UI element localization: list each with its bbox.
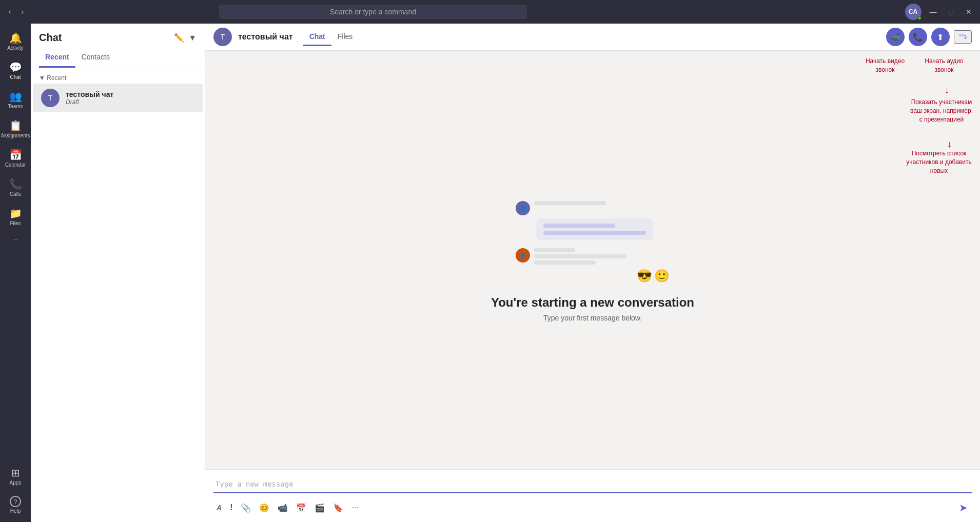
share-screen-button[interactable]: ⬆ bbox=[931, 28, 950, 46]
title-bar: ‹ › CA — □ ✕ bbox=[0, 0, 980, 24]
emoji-row: 😎 🙂 bbox=[516, 269, 670, 283]
sidebar-item-calls[interactable]: 📞 Calls bbox=[2, 174, 29, 201]
more-toolbar-button[interactable]: ··· bbox=[348, 501, 361, 514]
close-button[interactable]: ✕ bbox=[962, 6, 976, 18]
help-icon: ? bbox=[10, 496, 21, 507]
important-button[interactable]: ! bbox=[227, 501, 236, 514]
sidebar-item-files[interactable]: 📁 Files bbox=[2, 203, 29, 230]
filter-button[interactable]: ▼ bbox=[188, 33, 197, 43]
conversation-illustration: 👤 👤 bbox=[516, 198, 670, 283]
sidebar-label-activity: Activity bbox=[7, 45, 24, 51]
send-button[interactable]: ➤ bbox=[955, 499, 972, 516]
meet-button[interactable]: 📹 bbox=[275, 501, 291, 515]
sidebar-item-calendar[interactable]: 📅 Calendar bbox=[2, 145, 29, 172]
sidebar-item-chat[interactable]: 💬 Chat bbox=[2, 57, 29, 84]
compose-button[interactable]: ✏️ bbox=[174, 33, 184, 43]
chat-header-name: тестовый чат bbox=[238, 32, 293, 42]
teams-icon: 👥 bbox=[9, 90, 22, 103]
msg-lines-2 bbox=[534, 248, 626, 265]
maximize-button[interactable]: □ bbox=[945, 6, 957, 18]
calls-icon: 📞 bbox=[9, 178, 22, 190]
emoji-icon: 😊 bbox=[259, 504, 269, 512]
attach-icon: 📎 bbox=[241, 504, 251, 512]
main-chat: Т тестовый чат Chat Files 📹 📞 ⬆ °°з bbox=[205, 24, 980, 522]
chat-header-avatar: Т bbox=[213, 28, 232, 46]
msg-line bbox=[543, 231, 646, 235]
sidebar-label-teams: Teams bbox=[8, 104, 23, 109]
chat-list-item[interactable]: Т тестовый чат Draft bbox=[33, 84, 203, 112]
audio-call-button[interactable]: 📞 bbox=[909, 28, 927, 46]
search-input[interactable] bbox=[219, 5, 527, 19]
format-icon: A bbox=[217, 504, 222, 512]
audio-call-icon: 📞 bbox=[913, 32, 923, 42]
title-bar-right: CA — □ ✕ bbox=[905, 4, 976, 20]
format-button[interactable]: A bbox=[213, 501, 225, 514]
reply-content bbox=[536, 218, 653, 240]
msg-row-1: 👤 bbox=[516, 201, 670, 215]
schedule-icon: 📅 bbox=[296, 504, 306, 512]
chat-input-area: A ! 📎 😊 📹 📅 🎬 bbox=[205, 469, 980, 522]
mini-avatar-1: 👤 bbox=[516, 201, 530, 215]
emoji-smile: 🙂 bbox=[654, 269, 670, 283]
chat-item-info: тестовый чат Draft bbox=[66, 90, 194, 106]
assignments-icon: 📋 bbox=[9, 119, 22, 132]
meet-icon: 📹 bbox=[278, 504, 288, 512]
chat-body: 👤 👤 bbox=[205, 51, 980, 469]
nav-buttons: ‹ › bbox=[4, 5, 28, 18]
more-label: ··· bbox=[13, 236, 17, 242]
msg-row-2: 👤 bbox=[516, 248, 670, 265]
schedule-button[interactable]: 📅 bbox=[293, 501, 309, 515]
conversation-title: You're starting a new conversation bbox=[491, 295, 694, 310]
video-call-button[interactable]: 📹 bbox=[886, 28, 905, 46]
chat-item-draft: Draft bbox=[66, 98, 194, 106]
msg-line bbox=[534, 201, 606, 205]
sidebar-label-help: Help bbox=[10, 508, 21, 514]
message-toolbar: A ! 📎 😊 📹 📅 🎬 bbox=[213, 495, 972, 516]
chat-tab-files[interactable]: Files bbox=[331, 28, 359, 46]
video-call-icon: 📹 bbox=[890, 32, 900, 42]
chat-tab-chat[interactable]: Chat bbox=[303, 28, 331, 46]
chat-list: Т тестовый чат Draft bbox=[31, 84, 205, 522]
tab-recent[interactable]: Recent bbox=[39, 48, 75, 68]
panel-header: Chat ✏️ ▼ bbox=[31, 24, 205, 44]
bookmark-button[interactable]: 🔖 bbox=[330, 501, 346, 515]
message-input[interactable] bbox=[213, 476, 972, 493]
sidebar-nav: 🔔 Activity 💬 Chat 👥 Teams 📋 Assignments … bbox=[0, 24, 31, 522]
sidebar-label-chat: Chat bbox=[10, 74, 21, 80]
msg-lines-1 bbox=[534, 201, 606, 205]
sidebar-label-apps: Apps bbox=[10, 480, 22, 486]
sidebar-label-calendar: Calendar bbox=[5, 162, 26, 168]
chat-header: Т тестовый чат Chat Files 📹 📞 ⬆ °°з bbox=[205, 24, 980, 51]
sidebar-item-activity[interactable]: 🔔 Activity bbox=[2, 28, 29, 55]
sidebar-item-teams[interactable]: 👥 Teams bbox=[2, 86, 29, 113]
sidebar-label-assignments: Assignments bbox=[1, 133, 30, 138]
msg-line bbox=[534, 254, 626, 258]
sidebar-item-assignments[interactable]: 📋 Assignments bbox=[2, 115, 29, 143]
attach-button[interactable]: 📎 bbox=[238, 501, 254, 515]
sidebar-item-apps[interactable]: ⊞ Apps bbox=[2, 463, 29, 490]
forward-button[interactable]: › bbox=[17, 5, 28, 18]
panel-title: Chat bbox=[39, 32, 62, 44]
emoji-button[interactable]: 😊 bbox=[256, 501, 272, 515]
important-icon: ! bbox=[230, 503, 232, 512]
calendar-icon: 📅 bbox=[9, 149, 22, 161]
files-icon: 📁 bbox=[9, 207, 22, 219]
chat-panel: Chat ✏️ ▼ Recent Contacts ▼ Recent Т тес… bbox=[31, 24, 205, 522]
video-clip-button[interactable]: 🎬 bbox=[311, 501, 328, 515]
sidebar-item-more[interactable]: ··· bbox=[2, 232, 29, 246]
video-clip-icon: 🎬 bbox=[315, 504, 325, 512]
bookmark-icon: 🔖 bbox=[333, 504, 343, 512]
minimize-button[interactable]: — bbox=[926, 6, 941, 18]
app-body: 🔔 Activity 💬 Chat 👥 Teams 📋 Assignments … bbox=[0, 24, 980, 522]
participants-button[interactable]: °°з bbox=[954, 30, 972, 44]
chat-icon: 💬 bbox=[9, 61, 22, 73]
msg-line bbox=[534, 248, 575, 252]
sidebar-item-help[interactable]: ? Help bbox=[2, 492, 29, 518]
send-icon: ➤ bbox=[959, 502, 968, 513]
apps-icon: ⊞ bbox=[11, 467, 20, 479]
tab-contacts[interactable]: Contacts bbox=[75, 48, 116, 68]
panel-tabs: Recent Contacts bbox=[31, 48, 205, 68]
activity-icon: 🔔 bbox=[9, 32, 22, 44]
user-avatar-button[interactable]: CA bbox=[905, 4, 922, 20]
back-button[interactable]: ‹ bbox=[4, 5, 15, 18]
